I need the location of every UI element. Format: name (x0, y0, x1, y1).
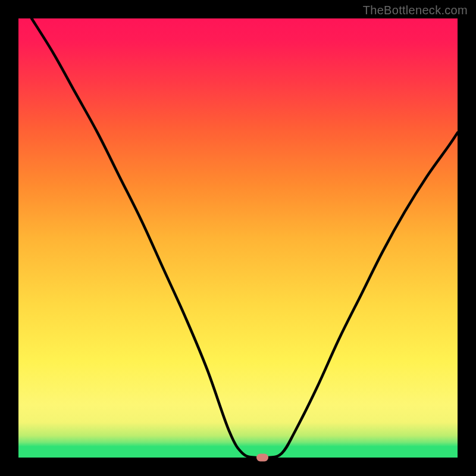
watermark-text: TheBottleneck.com (363, 4, 468, 17)
chart-plot-area (18, 18, 458, 458)
bottleneck-curve (18, 18, 458, 458)
optimum-marker (256, 454, 268, 462)
